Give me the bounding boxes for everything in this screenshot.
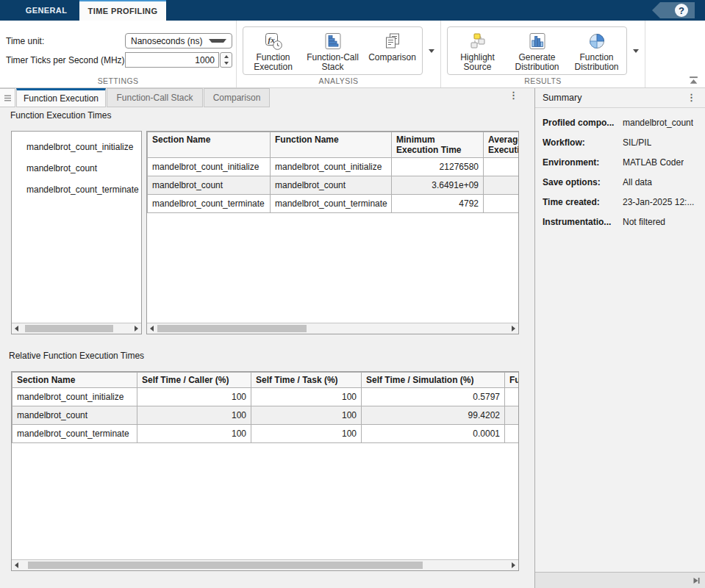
doc-tab-comparison[interactable]: Comparison xyxy=(204,88,270,107)
chevron-down-icon xyxy=(633,49,639,53)
col-self-time-task: Self Time / Task (%) xyxy=(251,373,362,388)
summary-field: Environment: MATLAB Coder xyxy=(535,152,705,172)
highlight-source-button[interactable]: Highlight Source xyxy=(448,27,507,74)
time-unit-label: Time unit: xyxy=(6,36,44,46)
summary-panel: Summary ⋮ Profiled compo... mandelbrot_c… xyxy=(534,88,705,588)
time-unit-value: Nanoseconds (ns) xyxy=(126,36,209,46)
field-value: MATLAB Coder xyxy=(623,157,684,168)
cell-task: 100 xyxy=(251,388,362,406)
table-row[interactable]: mandelbrot_count_initialize 100 100 0.57… xyxy=(12,388,520,406)
doc-tab-function-call-stack[interactable]: Function-Call Stack xyxy=(107,88,203,107)
field-value: 23-Jan-2025 12:... xyxy=(623,197,694,207)
collapse-ribbon-button[interactable] xyxy=(688,76,699,85)
summary-field: Time created: 23-Jan-2025 12:... xyxy=(535,192,705,212)
cell-caller: 100 xyxy=(137,425,251,443)
time-unit-dropdown[interactable]: Nanoseconds (ns) xyxy=(125,33,232,49)
code-profile-analyzer-window: GENERAL TIME PROFILING ? Time unit: Nano… xyxy=(0,0,705,588)
horizontal-scrollbar[interactable] xyxy=(147,323,518,334)
list-item[interactable]: mandelbrot_count xyxy=(26,158,141,179)
field-value: All data xyxy=(623,177,652,187)
col-self-time-caller: Self Time / Caller (%) xyxy=(137,373,251,388)
summary-field: Workflow: SIL/PIL xyxy=(535,132,705,152)
document-bar-handle[interactable] xyxy=(0,88,15,107)
function-call-stack-button[interactable]: Function-Call Stack xyxy=(303,27,362,74)
field-value: mandelbrot_count xyxy=(623,118,693,128)
button-label: Generate Distribution xyxy=(507,53,567,72)
cell-average xyxy=(484,195,520,213)
col-section-name: Section Name xyxy=(148,132,271,158)
scroll-right-icon xyxy=(135,326,138,331)
function-call-stack-icon xyxy=(323,32,343,51)
timer-ticks-stepper xyxy=(220,52,232,68)
help-button[interactable]: ? xyxy=(652,2,695,18)
generate-distribution-icon xyxy=(528,32,547,51)
scroll-left-icon xyxy=(150,326,154,331)
button-label: Highlight Source xyxy=(448,53,507,72)
scrollbar-thumb[interactable] xyxy=(25,325,113,332)
field-label: Instrumentatio... xyxy=(543,217,623,227)
exec-times-table-panel: Section Name Function Name Minimum Execu… xyxy=(146,131,519,334)
comparison-icon xyxy=(383,32,402,51)
collapse-panel-right-button[interactable] xyxy=(692,576,701,585)
col-average-execution-time: Average Execution Time xyxy=(484,132,520,158)
cell-section: mandelbrot_count_terminate xyxy=(12,425,137,443)
scrollbar-thumb[interactable] xyxy=(157,325,307,332)
cell-section: mandelbrot_count_initialize xyxy=(148,158,271,176)
table-row[interactable]: mandelbrot_count_initialize mandelbrot_c… xyxy=(148,158,520,176)
comparison-button[interactable]: Comparison xyxy=(362,27,422,74)
cell-section: mandelbrot_count xyxy=(148,176,271,195)
summary-title: Summary xyxy=(543,93,581,103)
cell-function xyxy=(505,388,520,406)
field-label: Environment: xyxy=(543,157,623,168)
scroll-left-icon xyxy=(15,562,18,568)
section-divider xyxy=(645,21,645,87)
document-bar-menu-button[interactable]: ⋮ xyxy=(509,92,518,99)
stepper-up-button[interactable] xyxy=(221,53,232,60)
tab-general[interactable]: GENERAL xyxy=(15,0,78,21)
table-row[interactable]: mandelbrot_count_terminate mandelbrot_co… xyxy=(148,195,520,213)
help-icon: ? xyxy=(675,4,688,17)
table-row[interactable]: mandelbrot_count 100 100 99.4202 xyxy=(12,406,520,425)
horizontal-scrollbar[interactable] xyxy=(12,559,518,570)
relative-times-table-panel: Section Name Self Time / Caller (%) Self… xyxy=(11,371,519,571)
button-label: Function-Call Stack xyxy=(303,53,362,72)
field-value: SIL/PIL xyxy=(623,137,651,148)
hamburger-icon xyxy=(4,95,11,101)
function-execution-button[interactable]: fx Function Execution xyxy=(243,27,303,74)
ribbon: Time unit: Nanoseconds (ns) Timer Ticks … xyxy=(0,21,705,88)
function-distribution-icon xyxy=(587,32,606,51)
summary-menu-button[interactable]: ⋮ xyxy=(687,94,696,101)
highlight-source-icon xyxy=(468,32,487,51)
function-distribution-button[interactable]: Function Distribution xyxy=(567,27,626,74)
settings-caption: SETTINGS xyxy=(0,76,236,85)
function-execution-icon: fx xyxy=(264,32,283,51)
scroll-right-icon xyxy=(512,326,515,331)
cell-simulation: 99.4202 xyxy=(362,406,505,425)
results-gallery-expand-button[interactable] xyxy=(629,26,643,75)
collapse-ribbon-icon xyxy=(688,76,699,85)
settings-section: Time unit: Nanoseconds (ns) Timer Ticks … xyxy=(0,21,236,87)
table-row[interactable]: mandelbrot_count mandelbrot_count 3.6491… xyxy=(148,176,520,195)
toolstrip-tab-bar: GENERAL TIME PROFILING ? xyxy=(0,0,705,21)
results-caption: RESULTS xyxy=(441,76,645,85)
horizontal-scrollbar[interactable] xyxy=(12,323,141,334)
chevron-down-icon xyxy=(209,39,226,43)
cell-section: mandelbrot_count_terminate xyxy=(148,195,271,213)
timer-ticks-input[interactable] xyxy=(125,52,219,68)
summary-field: Instrumentatio... Not filtered xyxy=(535,212,705,232)
list-item[interactable]: mandelbrot_count_initialize xyxy=(26,137,141,158)
generate-distribution-button[interactable]: Generate Distribution xyxy=(507,27,567,74)
table-row[interactable]: mandelbrot_count_terminate 100 100 0.000… xyxy=(12,425,520,443)
field-label: Profiled compo... xyxy=(543,118,623,128)
tab-time-profiling[interactable]: TIME PROFILING xyxy=(79,0,166,21)
relative-times-heading: Relative Function Execution Times xyxy=(9,351,144,361)
analysis-caption: ANALYSIS xyxy=(237,76,440,85)
analysis-gallery-expand-button[interactable] xyxy=(425,26,438,75)
doc-tab-function-execution[interactable]: Function Execution xyxy=(16,88,106,107)
stepper-down-button[interactable] xyxy=(221,60,232,68)
scrollbar-thumb[interactable] xyxy=(28,562,423,569)
list-item[interactable]: mandelbrot_count_terminate xyxy=(26,179,141,201)
cell-simulation: 0.5797 xyxy=(362,388,505,406)
cell-average xyxy=(484,176,520,195)
cell-function: mandelbrot_count xyxy=(271,176,392,195)
